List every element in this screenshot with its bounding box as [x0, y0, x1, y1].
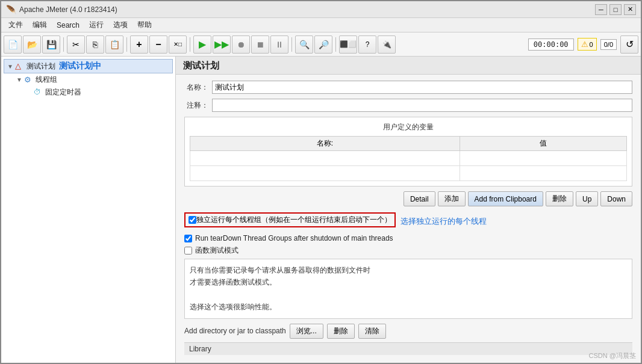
functional-mode-label[interactable]: 函数测试模式: [195, 245, 238, 256]
main-layout: ▼ △ 测试计划 测试计划中 ▼ ⚙ 线程组 ⏱ 固定定时器 测试计划: [1, 57, 641, 364]
comment-label: 注释：: [184, 100, 208, 111]
col-value-header: 值: [460, 137, 626, 151]
name-input[interactable]: [212, 81, 632, 94]
menu-help[interactable]: 帮助: [132, 19, 157, 31]
tree-label-tg: 线程组: [36, 75, 57, 85]
warn-count: 0: [590, 41, 593, 48]
classpath-row: Add directory or jar to classpath 浏览... …: [184, 324, 632, 339]
var-name-cell[interactable]: [190, 151, 460, 166]
window-title: Apache JMeter (4.0 r1823414): [19, 5, 595, 14]
copy-btn[interactable]: ⎘: [86, 35, 104, 54]
tree-expand-tg[interactable]: ▼: [16, 76, 23, 84]
menu-file[interactable]: 文件: [4, 19, 28, 31]
comment-row: 注释：: [184, 99, 632, 112]
table-row: [190, 151, 627, 166]
run-each-checkbox[interactable]: [189, 216, 196, 224]
save-btn[interactable]: 💾: [42, 35, 60, 54]
teardown-label[interactable]: Run tearDown Thread Groups after shutdow…: [195, 234, 393, 242]
checkbox-run-each-row: 独立运行每个线程组（例如在一个组运行结束后启动下一个） 选择独立运行的每个线程: [184, 212, 632, 230]
delete-var-btn[interactable]: 删除: [546, 191, 573, 206]
right-panel: 测试计划 名称： 注释： 用户定义的变量 名称: 值: [176, 57, 641, 364]
delete-classpath-btn[interactable]: 删除: [327, 324, 355, 339]
timer-icon: ⏱: [34, 88, 43, 97]
name-label: 名称：: [184, 82, 208, 93]
stop-all-btn[interactable]: ⏹: [251, 35, 269, 54]
separator-2: [126, 37, 127, 52]
add-btn[interactable]: +: [130, 35, 148, 54]
run-each-label[interactable]: 独立运行每个线程组（例如在一个组运行结束后启动下一个）: [196, 215, 391, 225]
tree-item-timer[interactable]: ⏱ 固定定时器: [23, 86, 173, 99]
teardown-checkbox[interactable]: [184, 235, 192, 242]
separator-5: [335, 37, 336, 52]
browse-btn[interactable]: 浏览...: [290, 324, 323, 339]
classpath-label: Add directory or jar to classpath: [184, 327, 286, 335]
clear-classpath-btn[interactable]: 清除: [358, 324, 386, 339]
var-value-cell[interactable]: [460, 151, 626, 166]
menu-options[interactable]: 选项: [108, 19, 132, 31]
minimize-btn[interactable]: ─: [595, 4, 607, 15]
menu-bar: 文件 编辑 Search 运行 选项 帮助: [1, 18, 641, 32]
highlight-text: 选择独立运行的每个线程: [400, 216, 487, 227]
down-btn[interactable]: Down: [600, 191, 632, 206]
paste-btn[interactable]: 📋: [105, 35, 123, 54]
close-btn[interactable]: ✕: [624, 4, 636, 15]
tree-item-thread-group[interactable]: ▼ ⚙ 线程组: [13, 73, 173, 86]
stop-btn[interactable]: ⏺: [232, 35, 250, 54]
tree-children-root: ▼ ⚙ 线程组 ⏱ 固定定时器: [13, 73, 173, 99]
menu-search[interactable]: Search: [52, 20, 84, 31]
search-btn-1[interactable]: 🔍: [295, 35, 313, 54]
refresh-btn[interactable]: ↺: [620, 35, 638, 54]
play-btn[interactable]: ▶: [193, 35, 211, 54]
thread-group-icon: ⚙: [24, 75, 34, 85]
user-vars-table: 名称: 值: [190, 136, 627, 181]
timer-display: 00:00:00: [528, 39, 574, 51]
detail-btn[interactable]: Detail: [404, 191, 435, 206]
window-controls: ─ □ ✕: [595, 4, 636, 15]
highlight-checkbox-box: 独立运行每个线程组（例如在一个组运行结束后启动下一个）: [184, 212, 396, 227]
table-row: [190, 166, 627, 181]
checkbox-functional-row: 函数测试模式: [184, 245, 632, 256]
var-value-cell: [460, 166, 626, 181]
menu-run[interactable]: 运行: [84, 19, 108, 31]
col-name-header: 名称:: [190, 137, 460, 151]
name-row: 名称：: [184, 81, 632, 94]
search-btn-2[interactable]: 🔎: [314, 35, 332, 54]
library-label: Library: [189, 345, 211, 353]
err-count: 0/0: [604, 41, 613, 48]
left-panel: ▼ △ 测试计划 测试计划中 ▼ ⚙ 线程组 ⏱ 固定定时器: [1, 57, 176, 364]
functional-mode-checkbox[interactable]: [184, 247, 192, 254]
menu-edit[interactable]: 编辑: [28, 19, 52, 31]
tree-children-tg: ⏱ 固定定时器: [23, 86, 173, 99]
user-vars-section: 用户定义的变量 名称: 值: [184, 117, 632, 187]
pause-btn[interactable]: ⏸: [270, 35, 288, 54]
warn-icon: ⚠: [581, 40, 588, 49]
cut-btn[interactable]: ✂: [67, 35, 85, 54]
user-vars-title: 用户定义的变量: [190, 122, 627, 132]
new-btn[interactable]: 📄: [4, 35, 22, 54]
tree-label-root: 测试计划: [26, 61, 55, 72]
test-plan-icon: △: [15, 61, 25, 71]
separator-3: [190, 37, 190, 52]
open-btn[interactable]: 📂: [23, 35, 41, 54]
info-text: 只有当你需要记录每个请求从服务器取得的数据到文件时 才需要选择函数测试模式。 选…: [190, 266, 370, 311]
chart-btn[interactable]: ⬛⬜: [339, 35, 357, 54]
app-icon: 🪶: [6, 5, 16, 14]
add-var-btn[interactable]: 添加: [438, 191, 466, 206]
tree-expand-root[interactable]: ▼: [7, 63, 14, 70]
separator-4: [291, 37, 292, 52]
toolbar: 📄 📂 💾 ✂ ⎘ 📋 + − ✕□ ▶ ▶▶ ⏺ ⏹ ⏸ 🔍 🔎 ⬛⬜ ? 🔌…: [1, 32, 641, 57]
comment-input[interactable]: [212, 99, 632, 112]
clear-btn[interactable]: ✕□: [169, 35, 187, 54]
toolbar-right: 00:00:00 ⚠ 0 0/0 ↺: [528, 35, 638, 54]
play-all-btn[interactable]: ▶▶: [213, 35, 231, 54]
help-icon-btn[interactable]: ?: [358, 35, 376, 54]
plugin-btn[interactable]: 🔌: [378, 35, 396, 54]
remove-btn[interactable]: −: [149, 35, 167, 54]
maximize-btn[interactable]: □: [609, 4, 622, 15]
rp-title: 测试计划: [176, 57, 641, 75]
tree-item-root[interactable]: ▼ △ 测试计划 测试计划中: [4, 59, 173, 73]
user-vars-body: [190, 151, 627, 181]
rp-content: 名称： 注释： 用户定义的变量 名称: 值: [176, 75, 641, 364]
up-btn[interactable]: Up: [576, 191, 598, 206]
add-clipboard-btn[interactable]: Add from Clipboard: [468, 191, 543, 206]
